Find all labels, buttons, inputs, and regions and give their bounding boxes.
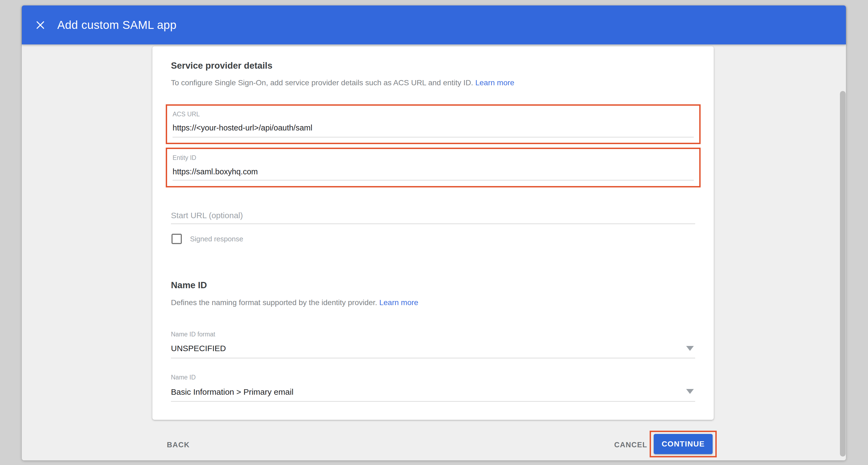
name-id-mapping-label: Name ID: [171, 374, 196, 381]
start-url-underline: [171, 223, 695, 224]
entity-id-input[interactable]: https://saml.boxyhq.com: [173, 167, 258, 176]
entity-id-underline: [173, 180, 694, 180]
name-id-format-underline: [171, 358, 695, 359]
name-id-mapping-underline: [171, 401, 695, 402]
acs-url-input[interactable]: https://<your-hosted-url>/api/oauth/saml: [173, 123, 312, 132]
name-id-description: Defines the naming format supported by t…: [171, 298, 418, 307]
acs-url-underline: [173, 137, 694, 138]
add-custom-saml-app-dialog: Add custom SAML app Service provider det…: [22, 5, 846, 460]
service-provider-description: To configure Single Sign-On, add service…: [171, 78, 515, 87]
signed-response-row: Signed response: [172, 234, 243, 244]
name-id-mapping-select[interactable]: Basic Information > Primary email: [171, 387, 293, 397]
chevron-down-icon[interactable]: [686, 389, 694, 394]
entity-id-label: Entity ID: [173, 154, 196, 162]
cancel-button[interactable]: CANCEL: [614, 441, 647, 449]
learn-more-link[interactable]: Learn more: [475, 78, 514, 87]
continue-highlight-annotation: CONTINUE: [650, 431, 717, 457]
name-id-format-select[interactable]: UNSPECIFIED: [171, 344, 226, 353]
close-icon[interactable]: [34, 19, 46, 31]
back-button[interactable]: BACK: [167, 441, 190, 449]
name-id-heading: Name ID: [171, 280, 207, 290]
learn-more-link[interactable]: Learn more: [379, 298, 418, 307]
start-url-input[interactable]: Start URL (optional): [171, 211, 243, 220]
signed-response-checkbox[interactable]: [172, 234, 182, 244]
continue-button[interactable]: CONTINUE: [654, 434, 713, 454]
vertical-scrollbar[interactable]: [840, 91, 846, 457]
dialog-header: Add custom SAML app: [22, 5, 846, 44]
service-provider-heading: Service provider details: [171, 61, 272, 71]
dialog-title: Add custom SAML app: [57, 19, 177, 32]
acs-url-label: ACS URL: [173, 110, 200, 118]
description-text: Defines the naming format supported by t…: [171, 298, 377, 307]
service-provider-card: Service provider details To configure Si…: [152, 46, 714, 420]
description-text: To configure Single Sign-On, add service…: [171, 78, 473, 87]
signed-response-label: Signed response: [190, 235, 243, 243]
name-id-format-label: Name ID format: [171, 331, 215, 338]
chevron-down-icon[interactable]: [686, 346, 694, 351]
